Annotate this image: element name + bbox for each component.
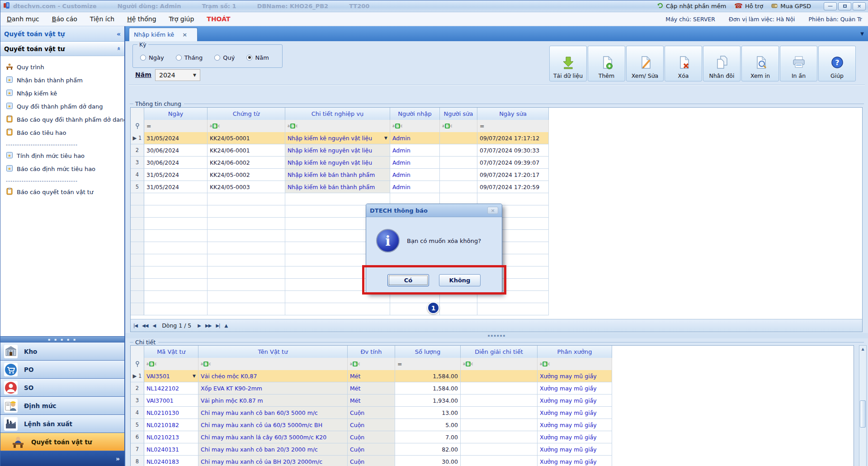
sidebar-section-2[interactable]: PO (0, 361, 124, 379)
minimize-button[interactable]: — (824, 2, 837, 10)
phone-icon: ☎ (734, 3, 743, 10)
table-row[interactable]: 3VAI37001Vải phin mộc K0.87 mMét1,934.00… (131, 395, 854, 407)
menu-item-6[interactable]: THOÁT (200, 15, 236, 23)
toolbar-button-6[interactable]: Xem in (741, 46, 779, 81)
sidebar-section-3[interactable]: SO (0, 379, 124, 397)
row-indicator (131, 242, 144, 254)
scroll-up-icon[interactable]: ▲ (861, 346, 864, 352)
row-indicator: 2 (131, 144, 144, 157)
sidebar-item-2[interactable]: ★Nhận bán thành phẩm (0, 74, 124, 87)
svg-text:★: ★ (8, 104, 11, 109)
sidebar-overflow-strip[interactable]: » (0, 451, 124, 466)
toolbar-button-4[interactable]: Xóa (665, 46, 702, 81)
accountant-icon (11, 435, 25, 449)
sidebar-item-3[interactable]: ★Nhập kiểm kê (0, 87, 124, 100)
pager-nav-button[interactable]: ▶| (216, 323, 220, 328)
sidebar-item-4[interactable]: ★Quy đổi thành phẩm dở dang (0, 100, 124, 113)
grid-filter-row[interactable]: =aBcaBcaBcaBc= (131, 120, 862, 132)
sidebar-section-1[interactable]: Kho (0, 342, 124, 361)
period-radio-2[interactable]: Tháng (176, 54, 203, 61)
table-row[interactable]: 531/05/2024KK24/05-0003Nhập kiểm kê bán … (131, 181, 862, 193)
row-indicator: 4 (131, 169, 144, 181)
pager-nav-button[interactable]: ▲ (224, 323, 227, 328)
menu-item-3[interactable]: Tiện ích (84, 15, 121, 23)
table-row[interactable]: 6NL0210213Chỉ may màu xanh lá cây 60/3 5… (131, 431, 854, 443)
close-button[interactable]: × (853, 2, 866, 10)
support-link[interactable]: ☎ Hỗ trợ (734, 3, 763, 10)
refresh-icon (657, 2, 664, 10)
restore-button[interactable] (838, 2, 851, 10)
toolbar-button-3[interactable]: Xem/ Sửa (626, 46, 664, 81)
table-row[interactable]: 5NL0210182Chỉ may màu xanh cỏ úa 60/3 50… (131, 419, 854, 431)
menu-item-5[interactable]: Trợ giúp (163, 15, 201, 23)
download-icon (561, 55, 576, 71)
sidebar-item-1[interactable]: Quy trình (0, 61, 124, 74)
tab-list-dropdown-icon[interactable]: ▼ (860, 31, 864, 36)
toolbar-button-2[interactable]: Thêm (588, 46, 625, 81)
cell (285, 303, 390, 315)
wallet-icon (771, 3, 778, 10)
update-software-link[interactable]: Cập nhật phần mềm (657, 2, 726, 10)
table-row[interactable]: 2NL1422102Xốp EVA KT K90-2mmMét1,584.00X… (131, 382, 854, 395)
table-row[interactable]: ▶ 131/05/2024KK24/05-0001Nhập kiểm kê ng… (131, 132, 862, 144)
sidebar-item-9[interactable]: ★Báo cáo định mức tiêu hao (0, 162, 124, 176)
table-row[interactable]: 7NL0240131Chỉ may màu xanh cô ban 20/3 2… (131, 443, 854, 456)
column-header: Diễn giải chi tiết (461, 346, 538, 358)
year-combobox[interactable]: 2024 ▼ (155, 69, 200, 81)
sidebar-group-header[interactable]: Quyết toán vật tư « (0, 42, 124, 56)
cell (440, 303, 477, 315)
year-label: Năm (135, 71, 151, 78)
sidebar-item-5[interactable]: Báo cáo quy đổi thành phẩm dở dang (0, 113, 124, 126)
table-row[interactable]: 230/06/2024KK24/06-0001Nhập kiểm kê nguy… (131, 144, 862, 157)
table-row[interactable]: 431/05/2024KK24/05-0002Nhập kiểm kê bán … (131, 169, 862, 181)
grid-splitter[interactable]: ▪▪▪▪▪▪ (125, 333, 868, 338)
toolbar-button-1[interactable]: Tải dữ liệu (549, 46, 587, 81)
sidebar-section-6[interactable]: Quyết toán vật tư (0, 433, 124, 451)
sidebar-splitter[interactable]: ▪ ▪ ▪ ▪ ▪ (0, 336, 124, 342)
tab-nhap-kiem-ke[interactable]: Nhập kiểm kê × (129, 28, 198, 41)
toolbar-button-7[interactable]: In ấn (780, 46, 817, 81)
dialog-close-icon[interactable]: × (487, 207, 498, 214)
grid-filter-row[interactable]: aBcaBcaBc=aBcaBc (131, 358, 854, 370)
menu-item-1[interactable]: Danh mục (0, 15, 46, 23)
print-icon (792, 55, 806, 71)
cell: Cuộn (348, 456, 395, 466)
tab-close-icon[interactable]: × (182, 31, 187, 38)
cell: Xưởng may mũ giầy (538, 419, 612, 431)
pager-nav-button[interactable]: ▶▶ (205, 323, 211, 328)
cell (461, 382, 538, 395)
pager-nav-button[interactable]: |◀ (133, 323, 137, 328)
toolbar-button-5[interactable]: Nhân đôi (703, 46, 741, 81)
table-row[interactable]: 4NL0210130Chỉ may màu xanh cô ban 60/3 5… (131, 407, 854, 419)
column-header: Số lượng (395, 346, 461, 358)
buy-gpsd-link[interactable]: Mua GPSD (771, 3, 811, 10)
pager-nav-button[interactable]: ◀◀ (142, 323, 148, 328)
pager-nav-button[interactable]: ◀ (152, 323, 156, 328)
table-row[interactable]: 330/06/2024KK24/06-0002Nhập kiểm kê nguy… (131, 157, 862, 169)
pager-nav-button[interactable]: ▶ (198, 323, 201, 328)
period-radio-3[interactable]: Quý (214, 54, 235, 61)
menu-item-2[interactable]: Báo cáo (46, 15, 84, 23)
sidebar-item-6[interactable]: Báo cáo tiêu hao (0, 126, 124, 139)
menu-item-4[interactable]: Hệ thống (121, 15, 162, 23)
window-title: dtechvn.com - Customize (13, 3, 97, 10)
row-indicator: 7 (131, 443, 144, 456)
detail-grid: Mã Vật tưTên Vật tưĐv tínhSố lượngDiễn g… (130, 345, 854, 466)
sidebar-collapse-button[interactable]: « (117, 30, 121, 38)
sidebar-item-11[interactable]: Báo cáo quyết toán vật tư (0, 185, 124, 199)
filter-cell: aBc (390, 120, 440, 133)
scroll-thumb[interactable] (860, 400, 866, 428)
period-radio-4[interactable]: Năm (246, 54, 269, 61)
master-group-caption: Thông tin chung (130, 100, 864, 107)
table-row[interactable]: 8NL0240183Chỉ may màu xanh cỏ úa BH 20/3… (131, 456, 854, 466)
toolbar-button-8[interactable]: ?Giúp (818, 46, 856, 81)
cell: Mét (348, 370, 395, 382)
customer-icon (4, 381, 18, 395)
table-row[interactable]: ▶ 1VAI3501▼Vải chéo mộc K0,87Mét1,584.00… (131, 370, 854, 382)
cell: Cuộn (348, 443, 395, 456)
detail-vertical-scrollbar[interactable]: ▲ ▼ (859, 345, 867, 466)
sidebar-section-5[interactable]: Lệnh sản xuất (0, 415, 124, 433)
period-radio-1[interactable]: Ngày (140, 54, 164, 61)
sidebar-item-8[interactable]: ★Tính định mức tiêu hao (0, 149, 124, 162)
sidebar-section-4[interactable]: Định mức (0, 397, 124, 415)
